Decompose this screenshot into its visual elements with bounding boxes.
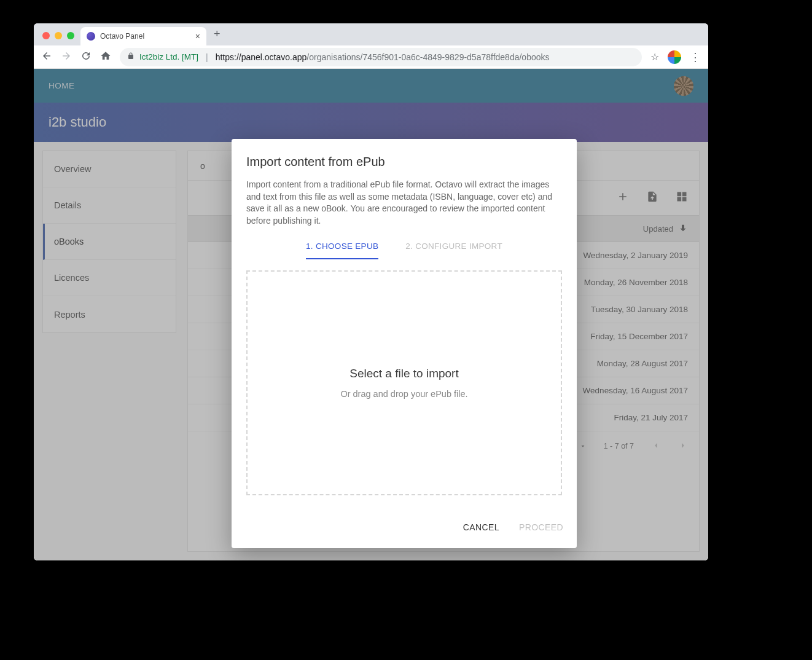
step-choose-epub[interactable]: 1. CHOOSE EPUB <box>306 235 378 259</box>
cancel-button[interactable]: CANCEL <box>462 517 501 537</box>
tab-bar: Octavo Panel × + <box>34 23 708 45</box>
profile-icon[interactable] <box>668 50 681 64</box>
close-tab-icon[interactable]: × <box>195 31 200 41</box>
reload-icon[interactable] <box>80 50 92 64</box>
home-icon[interactable] <box>100 50 111 64</box>
modal-title: Import content from ePub <box>246 155 562 169</box>
browser-menu-icon[interactable]: ⋮ <box>690 50 701 64</box>
url-text: https://panel.octavo.app/organisations/7… <box>216 52 550 62</box>
modal-steps: 1. CHOOSE EPUB 2. CONFIGURE IMPORT <box>246 235 562 259</box>
step-configure-import: 2. CONFIGURE IMPORT <box>405 235 502 259</box>
new-tab-button[interactable]: + <box>206 28 228 45</box>
modal-description: Import content from a traditional ePub f… <box>246 179 562 227</box>
lock-icon <box>127 52 135 61</box>
bookmark-icon[interactable]: ☆ <box>650 51 659 63</box>
browser-tab[interactable]: Octavo Panel × <box>80 27 206 45</box>
url-org-label: Ict2biz Ltd. [MT] <box>139 52 198 61</box>
forward-icon <box>61 50 72 64</box>
dropzone-subtitle: Or drag and drop your ePub file. <box>340 389 467 399</box>
browser-window: Octavo Panel × + Ict2biz Ltd. [MT] | htt… <box>34 23 708 560</box>
proceed-button: PROCEED <box>518 517 564 537</box>
window-minimize-icon[interactable] <box>55 32 62 39</box>
back-icon[interactable] <box>41 50 52 64</box>
url-separator: | <box>206 52 208 62</box>
window-close-icon[interactable] <box>42 32 50 39</box>
window-maximize-icon[interactable] <box>67 32 74 39</box>
url-input[interactable]: Ict2biz Ltd. [MT] | https://panel.octavo… <box>120 48 642 66</box>
file-dropzone[interactable]: Select a file to import Or drag and drop… <box>246 270 562 495</box>
address-bar: Ict2biz Ltd. [MT] | https://panel.octavo… <box>34 45 708 69</box>
import-epub-modal: Import content from ePub Import content … <box>232 139 577 548</box>
tab-title: Octavo Panel <box>100 32 144 41</box>
favicon-icon <box>87 32 95 41</box>
dropzone-title: Select a file to import <box>349 367 458 380</box>
window-controls <box>39 32 80 45</box>
modal-actions: CANCEL PROCEED <box>232 509 577 548</box>
